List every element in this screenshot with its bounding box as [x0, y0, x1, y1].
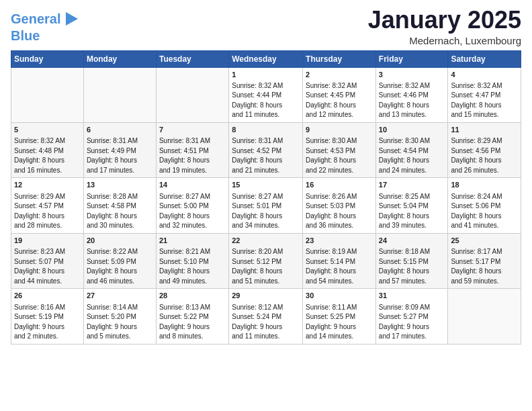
calendar-cell: 19Sunrise: 8:23 AM Sunset: 5:07 PM Dayli…: [11, 233, 84, 288]
cell-info: Sunrise: 8:32 AM Sunset: 4:45 PM Dayligh…: [306, 81, 373, 120]
cell-day-number: 5: [14, 125, 81, 135]
calendar-cell: [83, 67, 156, 122]
location-subtitle: Medernach, Luxembourg: [368, 35, 521, 46]
calendar-cell: 3Sunrise: 8:32 AM Sunset: 4:46 PM Daylig…: [375, 67, 448, 122]
calendar-cell: 16Sunrise: 8:26 AM Sunset: 5:03 PM Dayli…: [303, 178, 376, 233]
calendar-cell: [11, 67, 84, 122]
calendar-cell: 15Sunrise: 8:27 AM Sunset: 5:01 PM Dayli…: [229, 178, 303, 233]
cell-info: Sunrise: 8:31 AM Sunset: 4:51 PM Dayligh…: [159, 136, 226, 175]
calendar-cell: 23Sunrise: 8:19 AM Sunset: 5:14 PM Dayli…: [303, 233, 376, 288]
cell-info: Sunrise: 8:31 AM Sunset: 4:49 PM Dayligh…: [87, 136, 153, 175]
calendar-cell: 30Sunrise: 8:11 AM Sunset: 5:25 PM Dayli…: [303, 289, 376, 344]
header-monday: Monday: [83, 50, 156, 67]
calendar-header-row: Sunday Monday Tuesday Wednesday Thursday…: [11, 50, 521, 67]
cell-day-number: 10: [379, 125, 445, 135]
calendar-cell: 6Sunrise: 8:31 AM Sunset: 4:49 PM Daylig…: [83, 122, 156, 177]
calendar-cell: 25Sunrise: 8:17 AM Sunset: 5:17 PM Dayli…: [448, 233, 521, 288]
cell-day-number: 4: [451, 70, 518, 80]
header-saturday: Saturday: [448, 50, 521, 67]
calendar-cell: 8Sunrise: 8:31 AM Sunset: 4:52 PM Daylig…: [229, 122, 303, 177]
cell-info: Sunrise: 8:32 AM Sunset: 4:47 PM Dayligh…: [451, 81, 518, 120]
logo-line1: General: [11, 11, 60, 26]
calendar-cell: 31Sunrise: 8:09 AM Sunset: 5:27 PM Dayli…: [375, 289, 448, 344]
cell-day-number: 26: [14, 291, 81, 301]
header-thursday: Thursday: [303, 50, 376, 67]
calendar-week-row: 12Sunrise: 8:29 AM Sunset: 4:57 PM Dayli…: [11, 178, 521, 233]
cell-day-number: 2: [306, 70, 373, 80]
cell-info: Sunrise: 8:13 AM Sunset: 5:22 PM Dayligh…: [159, 303, 226, 342]
cell-day-number: 22: [232, 236, 300, 246]
cell-day-number: 8: [232, 125, 300, 135]
cell-day-number: 13: [87, 180, 153, 190]
calendar-cell: [156, 67, 228, 122]
calendar-cell: 18Sunrise: 8:24 AM Sunset: 5:06 PM Dayli…: [448, 178, 521, 233]
logo-text: General: [11, 11, 60, 26]
header-wednesday: Wednesday: [229, 50, 303, 67]
calendar-cell: 14Sunrise: 8:27 AM Sunset: 5:00 PM Dayli…: [156, 178, 228, 233]
cell-info: Sunrise: 8:27 AM Sunset: 5:00 PM Dayligh…: [159, 192, 226, 231]
cell-day-number: 24: [379, 236, 445, 246]
svg-marker-0: [66, 12, 78, 26]
header: General Blue January 2025 Medernach, Lux…: [11, 7, 521, 46]
cell-day-number: 23: [306, 236, 373, 246]
cell-info: Sunrise: 8:29 AM Sunset: 4:57 PM Dayligh…: [14, 192, 81, 231]
cell-day-number: 25: [451, 236, 518, 246]
cell-info: Sunrise: 8:32 AM Sunset: 4:48 PM Dayligh…: [14, 136, 81, 175]
cell-info: Sunrise: 8:16 AM Sunset: 5:19 PM Dayligh…: [14, 303, 81, 342]
header-sunday: Sunday: [11, 50, 84, 67]
cell-day-number: 16: [306, 180, 373, 190]
cell-info: Sunrise: 8:22 AM Sunset: 5:09 PM Dayligh…: [87, 247, 153, 286]
cell-info: Sunrise: 8:21 AM Sunset: 5:10 PM Dayligh…: [159, 247, 226, 286]
logo-icon: [62, 9, 81, 28]
cell-info: Sunrise: 8:24 AM Sunset: 5:06 PM Dayligh…: [451, 192, 518, 231]
cell-info: Sunrise: 8:17 AM Sunset: 5:17 PM Dayligh…: [451, 247, 518, 286]
page: General Blue January 2025 Medernach, Lux…: [0, 0, 532, 411]
calendar-cell: 7Sunrise: 8:31 AM Sunset: 4:51 PM Daylig…: [156, 122, 228, 177]
header-tuesday: Tuesday: [156, 50, 228, 67]
calendar-cell: 11Sunrise: 8:29 AM Sunset: 4:56 PM Dayli…: [448, 122, 521, 177]
cell-day-number: 14: [159, 180, 226, 190]
cell-day-number: 11: [451, 125, 518, 135]
calendar-cell: 1Sunrise: 8:32 AM Sunset: 4:44 PM Daylig…: [229, 67, 303, 122]
cell-info: Sunrise: 8:23 AM Sunset: 5:07 PM Dayligh…: [14, 247, 81, 286]
cell-day-number: 15: [232, 180, 300, 190]
cell-info: Sunrise: 8:29 AM Sunset: 4:56 PM Dayligh…: [451, 136, 518, 175]
calendar-cell: 10Sunrise: 8:30 AM Sunset: 4:54 PM Dayli…: [375, 122, 448, 177]
cell-info: Sunrise: 8:18 AM Sunset: 5:15 PM Dayligh…: [379, 247, 445, 286]
cell-day-number: 21: [159, 236, 226, 246]
calendar-cell: 2Sunrise: 8:32 AM Sunset: 4:45 PM Daylig…: [303, 67, 376, 122]
calendar-cell: 5Sunrise: 8:32 AM Sunset: 4:48 PM Daylig…: [11, 122, 84, 177]
cell-day-number: 29: [232, 291, 300, 301]
cell-day-number: 27: [87, 291, 153, 301]
calendar: Sunday Monday Tuesday Wednesday Thursday…: [11, 50, 521, 345]
cell-info: Sunrise: 8:09 AM Sunset: 5:27 PM Dayligh…: [379, 303, 445, 342]
calendar-cell: 4Sunrise: 8:32 AM Sunset: 4:47 PM Daylig…: [448, 67, 521, 122]
cell-info: Sunrise: 8:20 AM Sunset: 5:12 PM Dayligh…: [232, 247, 300, 286]
cell-info: Sunrise: 8:30 AM Sunset: 4:53 PM Dayligh…: [306, 136, 373, 175]
logo: General Blue: [11, 9, 81, 43]
calendar-cell: 22Sunrise: 8:20 AM Sunset: 5:12 PM Dayli…: [229, 233, 303, 288]
calendar-week-row: 26Sunrise: 8:16 AM Sunset: 5:19 PM Dayli…: [11, 289, 521, 344]
cell-day-number: 20: [87, 236, 153, 246]
cell-info: Sunrise: 8:31 AM Sunset: 4:52 PM Dayligh…: [232, 136, 300, 175]
calendar-cell: 17Sunrise: 8:25 AM Sunset: 5:04 PM Dayli…: [375, 178, 448, 233]
cell-info: Sunrise: 8:30 AM Sunset: 4:54 PM Dayligh…: [379, 136, 445, 175]
calendar-cell: 27Sunrise: 8:14 AM Sunset: 5:20 PM Dayli…: [83, 289, 156, 344]
cell-info: Sunrise: 8:26 AM Sunset: 5:03 PM Dayligh…: [306, 192, 373, 231]
cell-day-number: 28: [159, 291, 226, 301]
cell-info: Sunrise: 8:19 AM Sunset: 5:14 PM Dayligh…: [306, 247, 373, 286]
cell-info: Sunrise: 8:28 AM Sunset: 4:58 PM Dayligh…: [87, 192, 153, 231]
calendar-cell: 21Sunrise: 8:21 AM Sunset: 5:10 PM Dayli…: [156, 233, 228, 288]
cell-day-number: 30: [306, 291, 373, 301]
cell-info: Sunrise: 8:25 AM Sunset: 5:04 PM Dayligh…: [379, 192, 445, 231]
cell-day-number: 7: [159, 125, 226, 135]
calendar-week-row: 1Sunrise: 8:32 AM Sunset: 4:44 PM Daylig…: [11, 67, 521, 122]
calendar-week-row: 19Sunrise: 8:23 AM Sunset: 5:07 PM Dayli…: [11, 233, 521, 288]
calendar-cell: 29Sunrise: 8:12 AM Sunset: 5:24 PM Dayli…: [229, 289, 303, 344]
cell-day-number: 18: [451, 180, 518, 190]
calendar-cell: 13Sunrise: 8:28 AM Sunset: 4:58 PM Dayli…: [83, 178, 156, 233]
cell-info: Sunrise: 8:14 AM Sunset: 5:20 PM Dayligh…: [87, 303, 153, 342]
cell-day-number: 3: [379, 70, 445, 80]
calendar-week-row: 5Sunrise: 8:32 AM Sunset: 4:48 PM Daylig…: [11, 122, 521, 177]
calendar-cell: 9Sunrise: 8:30 AM Sunset: 4:53 PM Daylig…: [303, 122, 376, 177]
